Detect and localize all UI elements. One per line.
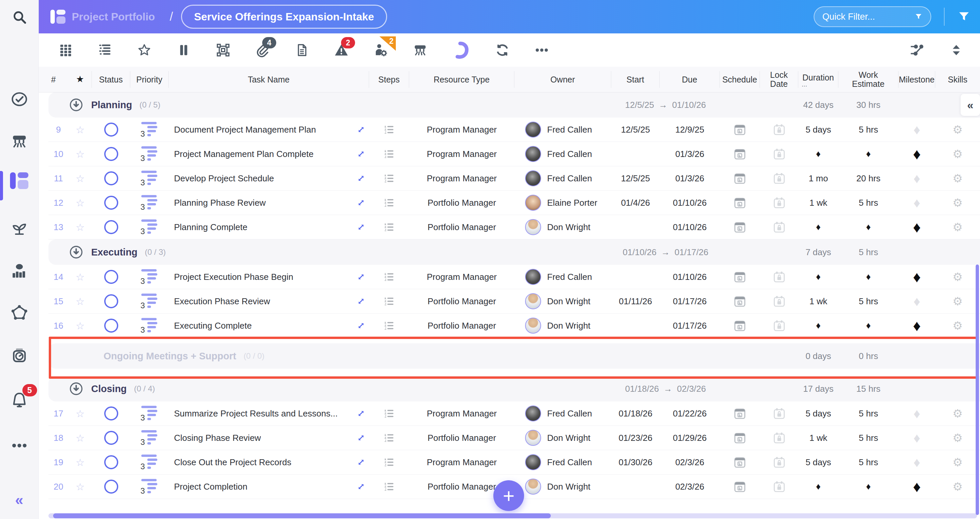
owner-cell[interactable]: Elaine Porter xyxy=(514,191,611,215)
due-date-cell[interactable]: 01/3/26 xyxy=(660,142,720,166)
lock-date-calendar-icon[interactable] xyxy=(772,431,786,445)
task-row-14[interactable]: 14☆3Project Execution Phase BeginProgram… xyxy=(48,265,980,289)
toolbar-sort-button[interactable] xyxy=(948,42,964,58)
due-date-cell[interactable]: 12/9/25 xyxy=(660,118,720,142)
sidebar-item-portfolio[interactable] xyxy=(0,171,38,190)
task-name-cell[interactable]: Executing Complete xyxy=(169,314,369,338)
gear-icon[interactable]: ⚙︎ xyxy=(953,271,963,283)
due-date-cell[interactable]: 01/17/26 xyxy=(660,314,720,338)
task-row-11[interactable]: 11☆3Develop Project ScheduleProgram Mana… xyxy=(48,166,980,191)
steps-list-icon[interactable] xyxy=(383,295,395,307)
gear-icon[interactable]: ⚙︎ xyxy=(953,173,963,184)
column-header-resource[interactable]: Resource Type xyxy=(409,71,514,88)
milestone-cell[interactable]: ♦ xyxy=(899,118,935,142)
task-row-17[interactable]: 17☆3Summarize Project Results and Lesson… xyxy=(48,401,980,426)
steps-list-icon[interactable] xyxy=(383,456,395,468)
steps-list-icon[interactable] xyxy=(383,408,395,419)
lock-date-cell[interactable] xyxy=(760,118,798,142)
steps-cell[interactable] xyxy=(369,191,409,215)
sidebar-item-resources[interactable] xyxy=(0,261,38,280)
collapse-panel-button[interactable]: « xyxy=(961,94,980,116)
steps-cell[interactable] xyxy=(369,265,409,289)
task-number[interactable]: 15 xyxy=(48,289,68,313)
task-number[interactable]: 12 xyxy=(48,191,68,215)
expand-task-icon[interactable] xyxy=(356,222,366,232)
schedule-cell[interactable] xyxy=(720,474,760,498)
favorite-star[interactable]: ☆ xyxy=(68,426,92,450)
owner-cell[interactable]: Fred Callen xyxy=(514,265,611,289)
column-header-status[interactable]: Status xyxy=(92,71,130,88)
schedule-calendar-icon[interactable] xyxy=(733,318,747,333)
favorite-star[interactable]: ☆ xyxy=(68,401,92,425)
status-cell[interactable] xyxy=(92,289,130,313)
task-number[interactable]: 10 xyxy=(48,142,68,166)
priority-cell[interactable]: 3 xyxy=(130,166,169,190)
task-row-18[interactable]: 18☆3Closing Phase ReviewPortfolio Manage… xyxy=(48,426,980,450)
due-date-cell[interactable]: 01/22/26 xyxy=(660,401,720,425)
sidebar-item-notifications[interactable]: 5 xyxy=(0,390,38,409)
start-date-cell[interactable]: 01/11/26 xyxy=(611,289,660,313)
lock-date-calendar-icon[interactable] xyxy=(772,147,786,161)
sidebar-item-more[interactable] xyxy=(0,436,38,455)
milestone-cell[interactable]: ♦ xyxy=(899,426,935,450)
owner-cell[interactable]: Fred Callen xyxy=(514,401,611,425)
task-name-cell[interactable]: Develop Project Schedule xyxy=(169,166,369,190)
steps-cell[interactable] xyxy=(369,118,409,142)
priority-cell[interactable]: 3 xyxy=(130,191,169,215)
milestone-cell[interactable]: ♦ xyxy=(899,450,935,474)
horizontal-scrollbar[interactable] xyxy=(48,513,977,518)
gear-icon[interactable]: ⚙︎ xyxy=(953,124,963,135)
status-circle-icon[interactable] xyxy=(104,479,118,494)
schedule-calendar-icon[interactable] xyxy=(733,196,747,210)
schedule-cell[interactable] xyxy=(720,118,760,142)
due-date-cell[interactable]: 01/17/26 xyxy=(660,289,720,313)
lock-date-cell[interactable] xyxy=(760,314,798,338)
schedule-calendar-icon[interactable] xyxy=(733,294,747,308)
column-header-duration[interactable]: Duration... xyxy=(798,71,838,88)
steps-list-icon[interactable] xyxy=(383,432,395,444)
due-date-cell[interactable]: 02/3/26 xyxy=(660,450,720,474)
due-date-cell[interactable]: 01/10/26 xyxy=(660,215,720,239)
task-name-cell[interactable]: Closing Phase Review xyxy=(169,426,369,450)
start-date-cell[interactable]: 01/23/26 xyxy=(611,426,660,450)
status-cell[interactable] xyxy=(92,314,130,338)
lock-date-cell[interactable] xyxy=(760,166,798,190)
schedule-calendar-icon[interactable] xyxy=(733,479,747,494)
toolbar-documents-button[interactable] xyxy=(294,42,310,58)
skills-cell[interactable]: ⚙︎ xyxy=(935,265,980,289)
status-cell[interactable] xyxy=(92,450,130,474)
lock-date-calendar-icon[interactable] xyxy=(772,318,786,333)
gear-icon[interactable]: ⚙︎ xyxy=(953,481,963,492)
expand-task-icon[interactable] xyxy=(356,433,366,443)
gear-icon[interactable]: ⚙︎ xyxy=(953,221,963,233)
status-cell[interactable] xyxy=(92,474,130,498)
column-header-start[interactable]: Start xyxy=(611,71,660,88)
task-number[interactable]: 17 xyxy=(48,401,68,425)
priority-cell[interactable]: 3 xyxy=(130,215,169,239)
lock-date-cell[interactable] xyxy=(760,474,798,498)
status-circle-icon[interactable] xyxy=(104,123,118,137)
toolbar-resource-settings-button[interactable]: 2 xyxy=(373,42,388,58)
sidebar-collapse-button[interactable]: « xyxy=(0,493,38,507)
column-header-due[interactable]: Due xyxy=(660,71,720,88)
steps-list-icon[interactable] xyxy=(383,221,395,233)
group-row-executing[interactable]: Executing(0 / 3)01/10/26→01/17/267 days5… xyxy=(48,239,980,265)
lock-date-calendar-icon[interactable] xyxy=(772,270,786,284)
task-name-cell[interactable]: Planning Complete xyxy=(169,215,369,239)
filter-button[interactable] xyxy=(957,10,970,23)
expand-task-icon[interactable] xyxy=(356,272,366,282)
favorite-star[interactable]: ☆ xyxy=(68,289,92,313)
favorite-star[interactable]: ☆ xyxy=(68,265,92,289)
column-header-schedule[interactable]: Schedule xyxy=(720,71,760,88)
toolbar-board-view-button[interactable] xyxy=(412,42,428,58)
skills-cell[interactable]: ⚙︎ xyxy=(935,142,980,166)
schedule-cell[interactable] xyxy=(720,166,760,190)
status-circle-icon[interactable] xyxy=(104,220,118,234)
start-date-cell[interactable]: 01/18/26 xyxy=(611,401,660,425)
favorite-star[interactable]: ☆ xyxy=(68,450,92,474)
lock-date-calendar-icon[interactable] xyxy=(772,171,786,185)
schedule-cell[interactable] xyxy=(720,401,760,425)
gear-icon[interactable]: ⚙︎ xyxy=(953,408,963,419)
milestone-cell[interactable]: ♦ xyxy=(899,215,935,239)
schedule-calendar-icon[interactable] xyxy=(733,147,747,161)
